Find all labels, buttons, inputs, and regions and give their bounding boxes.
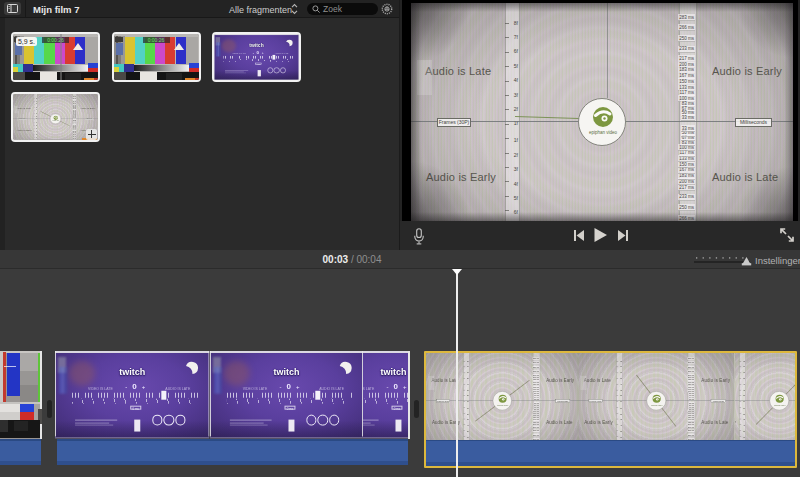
svg-text:Instellingen: Instellingen <box>755 255 800 266</box>
